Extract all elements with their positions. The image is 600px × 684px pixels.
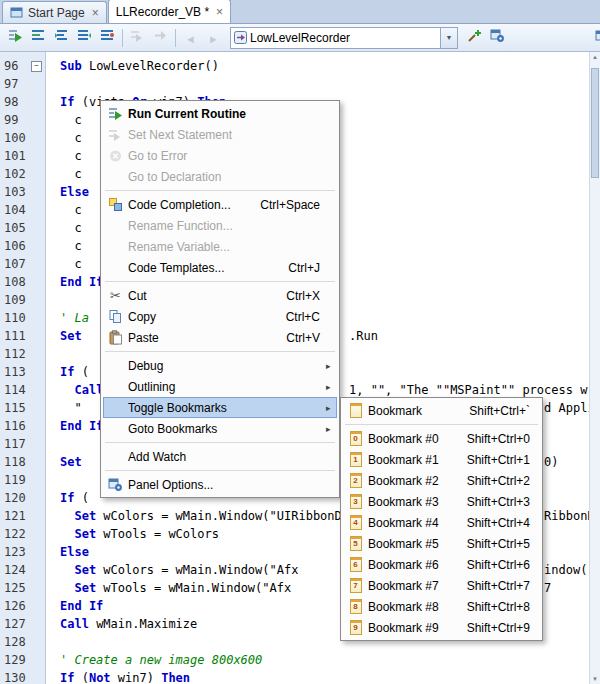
menu-item-toggle-bookmarks[interactable]: Toggle Bookmarks▸: [103, 397, 337, 418]
menu-item-label: Rename Function...: [128, 219, 308, 233]
menu-item-shortcut: Shift+Ctrl+9: [455, 621, 536, 635]
menu-item-goto-bookmarks[interactable]: Goto Bookmarks▸: [103, 418, 337, 439]
forward-icon: ►: [208, 29, 219, 47]
bookmark-icon: 5: [343, 536, 368, 551]
menu-item-label: Debug: [128, 359, 308, 373]
line-number: 105: [0, 219, 45, 237]
menu-item-paste[interactable]: PasteCtrl+V: [103, 327, 337, 348]
run-routine-icon: [8, 28, 23, 47]
scrollbar-thumb[interactable]: [591, 68, 599, 178]
menu-item-debug[interactable]: Debug▸: [103, 355, 337, 376]
menu-item-label: Bookmark #9: [368, 621, 455, 635]
menu-item-bookmark-2[interactable]: 2Bookmark #2Shift+Ctrl+2: [343, 470, 540, 491]
menu-item-label: Bookmark #1: [368, 453, 455, 467]
menu-item-label: Bookmark #6: [368, 558, 455, 572]
outline-button-4[interactable]: [96, 27, 119, 49]
menu-item-run-current-routine[interactable]: Run Current Routine: [103, 103, 337, 124]
overflow-toolbar-button[interactable]: [591, 27, 600, 49]
line-number: 130: [0, 669, 45, 684]
menu-item-bookmark[interactable]: BookmarkShift+Ctrl+`: [343, 400, 540, 421]
code-line: [60, 75, 590, 93]
menu-item-shortcut: Shift+Ctrl+`: [457, 404, 536, 418]
menu-item-copy[interactable]: CopyCtrl+C: [103, 306, 337, 327]
panel-options-button[interactable]: [486, 27, 509, 49]
panel-options-icon: [490, 28, 505, 47]
show-next-statement-button: [149, 27, 172, 49]
menu-item-outlining[interactable]: Outlining▸: [103, 376, 337, 397]
bookmark-icon: 7: [350, 578, 362, 593]
set-next-statement-button: [126, 27, 149, 49]
line-number: 114: [0, 381, 45, 399]
fold-collapse-icon[interactable]: −: [31, 61, 42, 72]
line-number: 113: [0, 363, 45, 381]
bookmark-icon: 8: [350, 599, 362, 614]
menu-item-label: Code Completion...: [128, 198, 248, 212]
menu-item-bookmark-3[interactable]: 3Bookmark #3Shift+Ctrl+3: [343, 491, 540, 512]
line-number: 124: [0, 561, 45, 579]
bookmark-icon: 2: [343, 473, 368, 488]
menu-item-cut[interactable]: ✂CutCtrl+X: [103, 285, 337, 306]
vertical-scrollbar[interactable]: ▲ ▼: [589, 52, 600, 684]
context-menu: Run Current RoutineSet Next StatementGo …: [100, 100, 340, 498]
menu-item-bookmark-1[interactable]: 1Bookmark #1Shift+Ctrl+1: [343, 449, 540, 470]
toolbar: ◄►LowLevelRecorder▼: [0, 24, 600, 52]
scroll-down-icon[interactable]: ▼: [590, 676, 600, 682]
menu-item-label: Paste: [128, 331, 274, 345]
menu-item-go-to-declaration: Go to Declaration: [103, 166, 337, 187]
outline-button-2[interactable]: [50, 27, 73, 49]
gutter[interactable]: 9697989910010110210310410510610710810911…: [0, 52, 46, 684]
outline-button-1[interactable]: [27, 27, 50, 49]
menu-item-code-templates[interactable]: Code Templates...Ctrl+J: [103, 257, 337, 278]
menu-item-label: Bookmark #4: [368, 516, 455, 530]
line-number: 126: [0, 597, 45, 615]
menu-item-shortcut: Ctrl+Space: [248, 198, 326, 212]
copy-icon: [103, 309, 128, 324]
toolbar-separator: [122, 29, 123, 47]
menu-item-bookmark-0[interactable]: 0Bookmark #0Shift+Ctrl+0: [343, 428, 540, 449]
bookmark-icon: 1: [350, 452, 362, 467]
set-next-icon: [130, 28, 145, 47]
menu-item-shortcut: Ctrl+J: [276, 261, 326, 275]
menu-item-label: Copy: [128, 310, 274, 324]
menu-item-label: Outlining: [128, 380, 308, 394]
tab-close-icon[interactable]: ×: [216, 7, 223, 17]
panel-options-icon: [103, 477, 128, 492]
menu-item-label: Cut: [128, 289, 274, 303]
bars-b-icon: [54, 28, 69, 47]
menu-item-code-completion[interactable]: Code Completion...Ctrl+Space: [103, 194, 337, 215]
add-routine-button[interactable]: [463, 27, 486, 49]
tab-llrecorder-vb[interactable]: LLRecorder_VB *×: [108, 0, 231, 23]
scroll-up-icon[interactable]: ▲: [590, 54, 600, 60]
menu-item-shortcut: Shift+Ctrl+0: [455, 432, 536, 446]
run-current-routine-button[interactable]: [4, 27, 27, 49]
code-line: Sub LowLevelRecorder(): [60, 57, 590, 75]
bookmark-icon: 5: [350, 536, 362, 551]
menu-item-bookmark-6[interactable]: 6Bookmark #6Shift+Ctrl+6: [343, 554, 540, 575]
menu-item-label: Bookmark #5: [368, 537, 455, 551]
tab-start-page[interactable]: Start Page×: [2, 1, 107, 23]
routine-icon: [234, 31, 247, 44]
menu-item-bookmark-5[interactable]: 5Bookmark #5Shift+Ctrl+5: [343, 533, 540, 554]
bookmark-icon: 3: [343, 494, 368, 509]
toolbar-separator: [175, 29, 176, 47]
menu-item-bookmark-8[interactable]: 8Bookmark #8Shift+Ctrl+8: [343, 596, 540, 617]
menu-item-shortcut: Shift+Ctrl+6: [455, 558, 536, 572]
menu-item-shortcut: Ctrl+V: [274, 331, 326, 345]
menu-item-panel-options[interactable]: Panel Options...: [103, 474, 337, 495]
outline-button-3[interactable]: [73, 27, 96, 49]
menu-item-bookmark-7[interactable]: 7Bookmark #7Shift+Ctrl+7: [343, 575, 540, 596]
line-number: 103: [0, 183, 45, 201]
menu-item-label: Set Next Statement: [128, 128, 308, 142]
submenu-arrow-icon: ▸: [326, 361, 337, 371]
menu-item-bookmark-9[interactable]: 9Bookmark #9Shift+Ctrl+9: [343, 617, 540, 638]
line-number: 120: [0, 489, 45, 507]
combo-dropdown-icon[interactable]: ▼: [440, 28, 457, 48]
menu-item-label: Bookmark #7: [368, 579, 455, 593]
tab-close-icon[interactable]: ×: [92, 8, 99, 18]
routine-selector[interactable]: LowLevelRecorder▼: [230, 27, 458, 49]
menu-item-label: Bookmark #8: [368, 600, 455, 614]
menu-item-label: Add Watch: [128, 450, 308, 464]
menu-item-add-watch[interactable]: Add Watch: [103, 446, 337, 467]
menu-item-shortcut: Shift+Ctrl+3: [455, 495, 536, 509]
menu-item-bookmark-4[interactable]: 4Bookmark #4Shift+Ctrl+4: [343, 512, 540, 533]
